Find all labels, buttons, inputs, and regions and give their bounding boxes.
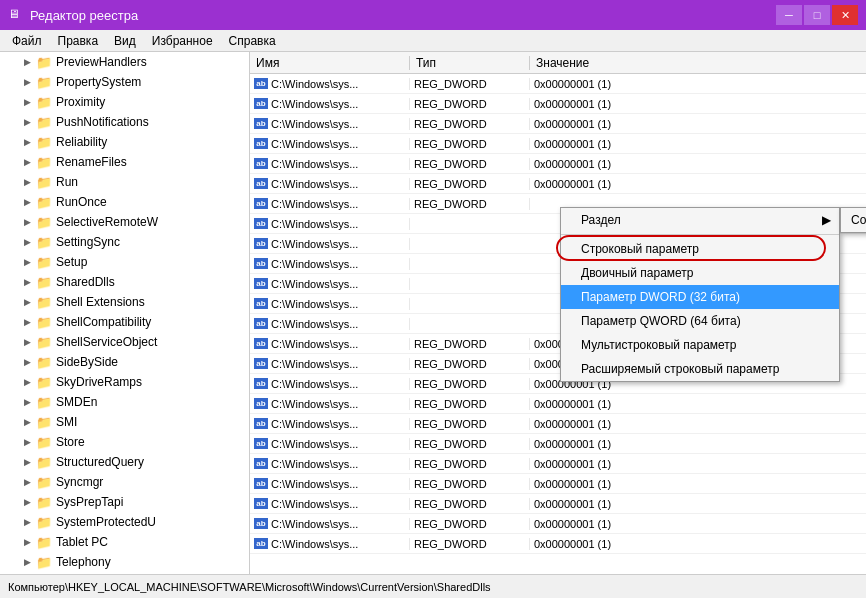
tree-item-label: PropertySystem xyxy=(56,75,141,89)
td-name: ab C:\Windows\sys... xyxy=(250,118,410,130)
table-row[interactable]: ab C:\Windows\sys... REG_DWORD 0x0000000… xyxy=(250,394,866,414)
td-name-text: C:\Windows\sys... xyxy=(271,278,358,290)
tree-item[interactable]: ▶ 📁 Setup xyxy=(0,252,249,272)
title-bar-left: 🖥 Редактор реестра xyxy=(8,7,138,23)
context-menu-dword32[interactable]: Параметр DWORD (32 бита) xyxy=(561,285,839,309)
window-title: Редактор реестра xyxy=(30,8,138,23)
table-row[interactable]: ab C:\Windows\sys... REG_DWORD 0x0000000… xyxy=(250,454,866,474)
tree-item[interactable]: ▶ 📁 PreviewHandlers xyxy=(0,52,249,72)
context-submenu-create-label[interactable]: Создать xyxy=(841,208,866,232)
tree-item[interactable]: ▶ 📁 SMDEn xyxy=(0,392,249,412)
tree-item-label: SelectiveRemoteW xyxy=(56,215,158,229)
context-menu-section[interactable]: Раздел ▶ xyxy=(561,208,839,232)
td-name: ab C:\Windows\sys... xyxy=(250,158,410,170)
tree-item[interactable]: ▶ 📁 Syncmgr xyxy=(0,472,249,492)
table-row[interactable]: ab C:\Windows\sys... REG_DWORD 0x0000000… xyxy=(250,74,866,94)
tree-item[interactable]: ▶ 📁 PushNotifications xyxy=(0,112,249,132)
reg-icon: ab xyxy=(254,298,268,309)
td-type: REG_DWORD xyxy=(410,518,530,530)
tree-item[interactable]: ▶ 📁 SideBySide xyxy=(0,352,249,372)
tree-item[interactable]: ▶ 📁 Shell Extensions xyxy=(0,292,249,312)
table-row[interactable]: ab C:\Windows\sys... REG_DWORD 0x0000000… xyxy=(250,114,866,134)
reg-icon: ab xyxy=(254,458,268,469)
tree-panel-inner[interactable]: ▶ 📁 PreviewHandlers ▶ 📁 PropertySystem ▶… xyxy=(0,52,249,574)
tree-arrow: ▶ xyxy=(24,497,36,507)
tree-item[interactable]: ▶ 📁 RenameFiles xyxy=(0,152,249,172)
tree-item[interactable]: ▶ 📁 SystemProtectedU xyxy=(0,512,249,532)
td-type: REG_DWORD xyxy=(410,438,530,450)
td-name-text: C:\Windows\sys... xyxy=(271,338,358,350)
maximize-button[interactable]: □ xyxy=(804,5,830,25)
td-type: REG_DWORD xyxy=(410,418,530,430)
tree-arrow: ▶ xyxy=(24,397,36,407)
context-menu-expandstring[interactable]: Расширяемый строковый параметр xyxy=(561,357,839,381)
td-value: 0x00000001 (1) xyxy=(530,78,866,90)
td-name-text: C:\Windows\sys... xyxy=(271,318,358,330)
context-menu-multistring[interactable]: Мультистроковый параметр xyxy=(561,333,839,357)
td-name: ab C:\Windows\sys... xyxy=(250,218,410,230)
close-button[interactable]: ✕ xyxy=(832,5,858,25)
tree-item[interactable]: ▶ 📁 SharedDlls xyxy=(0,272,249,292)
menu-bar: Файл Правка Вид Избранное Справка xyxy=(0,30,866,52)
tree-item[interactable]: ▶ 📁 ShellServiceObject xyxy=(0,332,249,352)
table-row[interactable]: ab C:\Windows\sys... REG_DWORD 0x0000000… xyxy=(250,174,866,194)
td-name-text: C:\Windows\sys... xyxy=(271,218,358,230)
tree-item[interactable]: ▶ 📁 Store xyxy=(0,432,249,452)
table-row[interactable]: ab C:\Windows\sys... REG_DWORD 0x0000000… xyxy=(250,414,866,434)
tree-item[interactable]: ▶ 📁 Tablet PC xyxy=(0,532,249,552)
menu-view[interactable]: Вид xyxy=(106,32,144,50)
table-row[interactable]: ab C:\Windows\sys... REG_DWORD 0x0000000… xyxy=(250,154,866,174)
tree-item[interactable]: ▶ 📁 Telephony xyxy=(0,552,249,572)
table-row[interactable]: ab C:\Windows\sys... REG_DWORD 0x0000000… xyxy=(250,514,866,534)
reg-icon: ab xyxy=(254,318,268,329)
folder-icon: 📁 xyxy=(36,375,52,389)
tree-item-label: SkyDriveRamps xyxy=(56,375,142,389)
td-name-text: C:\Windows\sys... xyxy=(271,198,358,210)
tree-item[interactable]: ▶ 📁 Reliability xyxy=(0,132,249,152)
folder-icon: 📁 xyxy=(36,175,52,189)
menu-help[interactable]: Справка xyxy=(221,32,284,50)
td-name: ab C:\Windows\sys... xyxy=(250,78,410,90)
td-type: REG_DWORD xyxy=(410,538,530,550)
tree-item[interactable]: ▶ 📁 SMI xyxy=(0,412,249,432)
tree-item[interactable]: ▶ 📁 SkyDriveRamps xyxy=(0,372,249,392)
tree-item[interactable]: ▶ 📁 RunOnce xyxy=(0,192,249,212)
menu-favorites[interactable]: Избранное xyxy=(144,32,221,50)
tree-arrow: ▶ xyxy=(24,237,36,247)
table-row[interactable]: ab C:\Windows\sys... REG_DWORD 0x0000000… xyxy=(250,494,866,514)
context-menu-section-arrow: ▶ xyxy=(822,213,831,227)
table-row[interactable]: ab C:\Windows\sys... REG_DWORD 0x0000000… xyxy=(250,134,866,154)
td-name: ab C:\Windows\sys... xyxy=(250,478,410,490)
tree-item[interactable]: ▶ 📁 SysPrepTapi xyxy=(0,492,249,512)
minimize-button[interactable]: ─ xyxy=(776,5,802,25)
td-name: ab C:\Windows\sys... xyxy=(250,258,410,270)
tree-arrow: ▶ xyxy=(24,117,36,127)
table-row[interactable]: ab C:\Windows\sys... REG_DWORD 0x0000000… xyxy=(250,94,866,114)
menu-edit[interactable]: Правка xyxy=(50,32,107,50)
tree-item-label: Telephony xyxy=(56,555,111,569)
context-menu[interactable]: Раздел ▶ Строковый параметр Двоичный пар… xyxy=(560,207,840,382)
context-menu-qword64[interactable]: Параметр QWORD (64 бита) xyxy=(561,309,839,333)
col-header-value: Значение xyxy=(530,56,866,70)
td-type: REG_DWORD xyxy=(410,178,530,190)
table-row[interactable]: ab C:\Windows\sys... REG_DWORD 0x0000000… xyxy=(250,534,866,554)
tree-arrow: ▶ xyxy=(24,357,36,367)
table-row[interactable]: ab C:\Windows\sys... REG_DWORD 0x0000000… xyxy=(250,474,866,494)
context-menu-binary[interactable]: Двоичный параметр xyxy=(561,261,839,285)
folder-icon: 📁 xyxy=(36,535,52,549)
tree-item[interactable]: ▶ 📁 ShellCompatibility xyxy=(0,312,249,332)
context-submenu-create[interactable]: Создать xyxy=(840,207,866,233)
table-row[interactable]: ab C:\Windows\sys... REG_DWORD 0x0000000… xyxy=(250,434,866,454)
folder-icon: 📁 xyxy=(36,475,52,489)
menu-file[interactable]: Файл xyxy=(4,32,50,50)
tree-item[interactable]: ▶ 📁 SelectiveRemoteW xyxy=(0,212,249,232)
td-type: REG_DWORD xyxy=(410,198,530,210)
reg-icon: ab xyxy=(254,118,268,129)
tree-item-label: Syncmgr xyxy=(56,475,103,489)
tree-item[interactable]: ▶ 📁 SettingSync xyxy=(0,232,249,252)
tree-item[interactable]: ▶ 📁 Run xyxy=(0,172,249,192)
tree-item[interactable]: ▶ 📁 Proximity xyxy=(0,92,249,112)
context-menu-string[interactable]: Строковый параметр xyxy=(561,237,839,261)
tree-item[interactable]: ▶ 📁 StructuredQuery xyxy=(0,452,249,472)
tree-item[interactable]: ▶ 📁 PropertySystem xyxy=(0,72,249,92)
